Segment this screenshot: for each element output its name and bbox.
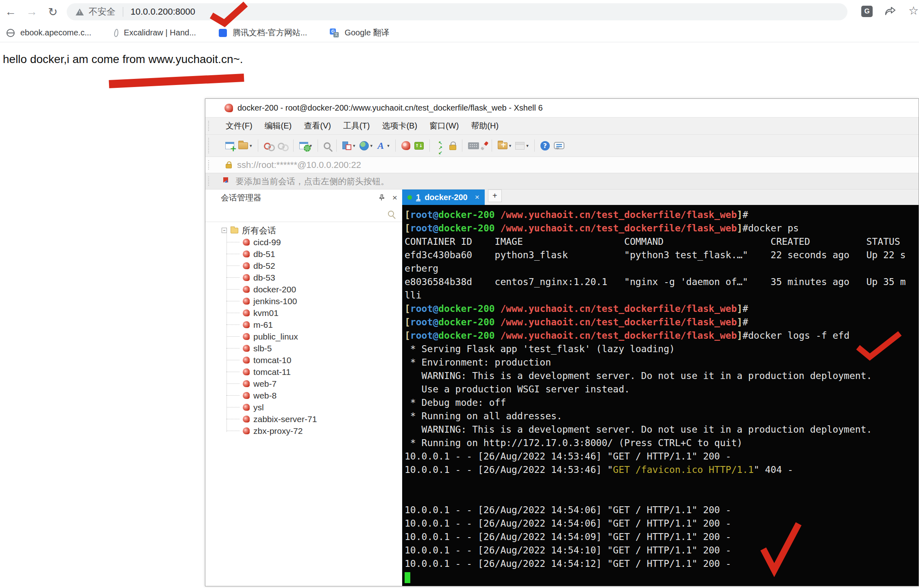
session-item[interactable]: zbx-proxy-72 bbox=[205, 425, 402, 437]
bookmark-item[interactable]: ebook.apecome.c... bbox=[7, 28, 91, 37]
xshell-session-icon bbox=[243, 368, 250, 375]
session-manager-title: 会话管理器 bbox=[221, 192, 261, 203]
session-label: tomcat-10 bbox=[253, 355, 291, 365]
flag-icon[interactable] bbox=[223, 177, 229, 185]
xshell-session-icon bbox=[243, 286, 250, 293]
tab-docker-200[interactable]: 1 docker-200 × bbox=[402, 189, 485, 205]
close-panel-icon[interactable]: × bbox=[392, 194, 397, 201]
xshell-logo-icon bbox=[224, 104, 233, 112]
toolbar-separator bbox=[429, 139, 430, 152]
xshell-icon[interactable] bbox=[401, 141, 410, 150]
address-bar[interactable]: 不安全 10.0.0.200:8000 bbox=[67, 3, 847, 20]
session-item[interactable]: web-8 bbox=[205, 390, 402, 401]
session-label: ysl bbox=[253, 403, 264, 412]
session-item[interactable]: tomcat-11 bbox=[205, 366, 402, 378]
ssh-address-bar[interactable]: ssh://root:******@10.0.0.200:22 bbox=[205, 157, 919, 173]
menu-item[interactable]: 选项卡(B) bbox=[382, 120, 417, 131]
search-icon[interactable] bbox=[388, 211, 394, 217]
session-item[interactable]: kvm01 bbox=[205, 307, 402, 319]
xftp-icon[interactable] bbox=[414, 142, 424, 150]
session-label: cicd-99 bbox=[253, 237, 281, 247]
session-search-input[interactable] bbox=[213, 209, 388, 218]
session-item[interactable]: slb-5 bbox=[205, 342, 402, 354]
reconnect-icon[interactable] bbox=[278, 142, 287, 150]
ssh-lock-icon bbox=[226, 164, 232, 168]
keyboard-icon[interactable] bbox=[468, 142, 479, 149]
session-item[interactable]: cicd-99 bbox=[205, 236, 402, 248]
balloon-icon[interactable] bbox=[554, 142, 564, 149]
url-text[interactable]: 10.0.0.200:8000 bbox=[131, 7, 195, 17]
new-session-icon[interactable] bbox=[225, 142, 234, 149]
feather-icon bbox=[113, 28, 119, 37]
red-underline bbox=[109, 78, 244, 84]
chevron-down-icon[interactable]: ▾ bbox=[387, 143, 390, 148]
terminal-line: 10.0.0.1 - - [26/Aug/2022 14:54:06] "GET… bbox=[405, 503, 919, 517]
menu-item[interactable]: 工具(T) bbox=[343, 120, 370, 131]
terminal-line: [root@docker-200 /www.yuchaoit.cn/test_d… bbox=[405, 302, 919, 316]
session-item[interactable]: m-61 bbox=[205, 319, 402, 331]
menu-item[interactable]: 查看(V) bbox=[304, 120, 331, 131]
bookmark-item[interactable]: 腾讯文档-官方网站... bbox=[219, 27, 307, 38]
panel-icon[interactable]: ▾ bbox=[515, 142, 529, 150]
terminal-line: lli bbox=[405, 289, 919, 302]
layout-icon[interactable]: ▾ bbox=[342, 142, 355, 150]
help-icon[interactable] bbox=[540, 141, 550, 150]
chevron-down-icon[interactable]: ▾ bbox=[509, 143, 512, 148]
session-item[interactable]: tomcat-10 bbox=[205, 354, 402, 366]
bookmark-item[interactable]: Google 翻译 bbox=[330, 27, 389, 38]
translate-extension-icon[interactable]: G bbox=[861, 6, 873, 17]
session-item[interactable]: zabbix-server-71 bbox=[205, 413, 402, 425]
terminal-output[interactable]: [root@docker-200 /www.yuchaoit.cn/test_d… bbox=[402, 205, 919, 586]
terminal-line: [root@docker-200 /www.yuchaoit.cn/test_d… bbox=[405, 222, 919, 235]
session-item[interactable]: docker-200 bbox=[205, 283, 402, 295]
lock-icon[interactable] bbox=[449, 141, 456, 150]
reload-icon[interactable]: ↻ bbox=[42, 5, 63, 19]
toolbar-separator bbox=[258, 139, 258, 152]
open-folder-icon[interactable]: ▾ bbox=[238, 142, 252, 149]
chevron-down-icon[interactable]: ▾ bbox=[370, 143, 373, 148]
pin-icon[interactable] bbox=[378, 194, 385, 201]
menu-item[interactable]: 文件(F) bbox=[226, 120, 253, 131]
menu-item[interactable]: 编辑(E) bbox=[265, 120, 292, 131]
chevron-down-icon[interactable]: ▾ bbox=[526, 143, 529, 148]
forward-icon[interactable]: → bbox=[21, 5, 42, 18]
terminal-line bbox=[405, 477, 919, 490]
session-item[interactable]: jenkins-100 bbox=[205, 295, 402, 307]
xshell-session-icon bbox=[243, 321, 250, 328]
tab-close-icon[interactable]: × bbox=[475, 193, 479, 202]
toolbar-separator bbox=[492, 139, 492, 152]
share-icon[interactable] bbox=[884, 6, 896, 17]
highlighter-icon[interactable] bbox=[483, 141, 486, 150]
chevron-down-icon[interactable]: ▾ bbox=[353, 143, 355, 148]
google-translate-icon bbox=[330, 28, 339, 37]
session-item[interactable]: ysl bbox=[205, 401, 402, 413]
not-secure-warning-icon[interactable] bbox=[76, 9, 84, 15]
session-item[interactable]: db-53 bbox=[205, 272, 402, 283]
disconnect-icon[interactable] bbox=[264, 142, 274, 150]
new-folder-icon[interactable]: ▾ bbox=[498, 142, 512, 149]
menu-item[interactable]: 窗口(W) bbox=[429, 120, 459, 131]
find-icon[interactable] bbox=[324, 142, 331, 149]
session-root-folder[interactable]: − 所有会话 bbox=[205, 224, 402, 236]
session-item[interactable]: db-51 bbox=[205, 248, 402, 260]
fullscreen-icon[interactable] bbox=[436, 141, 445, 150]
menu-item[interactable]: 帮助(H) bbox=[471, 120, 499, 131]
session-item[interactable]: public_linux bbox=[205, 331, 402, 342]
bookmark-item[interactable]: Excalidraw | Hand... bbox=[114, 28, 196, 37]
tencent-docs-icon bbox=[219, 29, 227, 37]
font-icon[interactable]: ▾ bbox=[377, 141, 390, 150]
globe-icon[interactable]: ▾ bbox=[359, 141, 373, 150]
session-label: zbx-proxy-72 bbox=[253, 426, 303, 436]
notice-bar: 要添加当前会话，点击左侧的箭头按钮。 bbox=[205, 173, 919, 189]
terminal-line: e8036584b38d centos7_nginx:1.20.1 "nginx… bbox=[405, 275, 919, 289]
xshell-titlebar: docker-200 - root@docker-200:/www.yuchao… bbox=[205, 99, 919, 117]
chevron-down-icon[interactable]: ▾ bbox=[250, 143, 252, 148]
terminal-line: 10.0.0.1 - - [26/Aug/2022 14:54:10] "GET… bbox=[405, 544, 919, 557]
back-icon[interactable]: ← bbox=[0, 5, 21, 18]
session-item[interactable]: db-52 bbox=[205, 260, 402, 272]
session-item[interactable]: web-7 bbox=[205, 378, 402, 390]
bookmark-star-icon[interactable]: ☆ bbox=[908, 4, 919, 17]
session-properties-icon[interactable]: ▾ bbox=[299, 142, 312, 149]
xshell-session-icon bbox=[243, 357, 250, 364]
new-tab-button[interactable]: + bbox=[488, 189, 502, 202]
